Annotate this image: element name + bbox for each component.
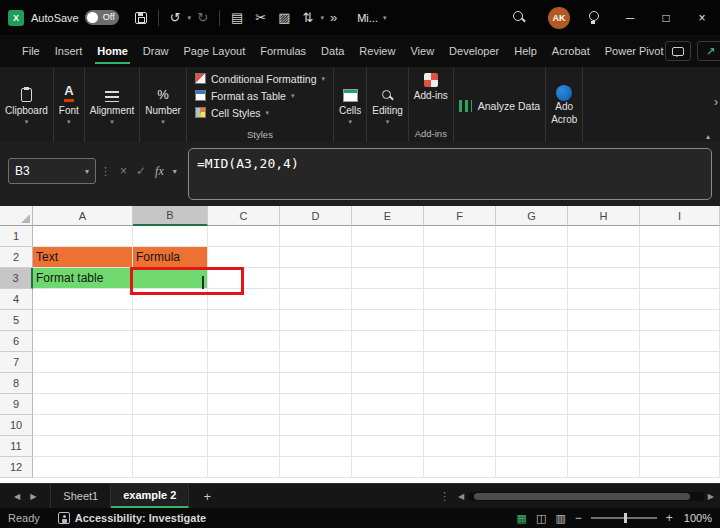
- cell-D1[interactable]: [280, 226, 352, 247]
- cell-G7[interactable]: [496, 352, 568, 373]
- page-layout-view-icon[interactable]: ◫: [536, 512, 546, 525]
- cell-C2[interactable]: [208, 247, 280, 268]
- cell-I12[interactable]: [640, 457, 720, 478]
- ribbon-group-font[interactable]: A Font ▾: [54, 67, 85, 142]
- cell-G10[interactable]: [496, 415, 568, 436]
- cell-C6[interactable]: [208, 331, 280, 352]
- row-header-9[interactable]: 9: [0, 394, 33, 415]
- sort-icon[interactable]: ⇅: [303, 11, 314, 24]
- column-header-E[interactable]: E: [352, 206, 424, 226]
- cell-G9[interactable]: [496, 394, 568, 415]
- cell-B7[interactable]: [133, 352, 208, 373]
- cell-I7[interactable]: [640, 352, 720, 373]
- menu-help[interactable]: Help: [512, 41, 539, 61]
- row-header-6[interactable]: 6: [0, 331, 33, 352]
- cell-H3[interactable]: [568, 268, 640, 289]
- lightbulb-icon[interactable]: [588, 11, 598, 25]
- cell-A2[interactable]: Text: [33, 247, 133, 268]
- autosave-toggle[interactable]: Off: [85, 10, 119, 25]
- chevron-down-icon[interactable]: ▾: [320, 14, 324, 22]
- cell-I6[interactable]: [640, 331, 720, 352]
- column-header-H[interactable]: H: [568, 206, 640, 226]
- cell-D6[interactable]: [280, 331, 352, 352]
- cell-I10[interactable]: [640, 415, 720, 436]
- column-header-B[interactable]: B: [133, 206, 208, 226]
- menu-page-layout[interactable]: Page Layout: [181, 41, 247, 61]
- cell-C7[interactable]: [208, 352, 280, 373]
- scroll-right-icon[interactable]: ▶: [708, 492, 714, 501]
- cell-F10[interactable]: [424, 415, 496, 436]
- cell-styles-button[interactable]: Cell Styles ▾: [195, 104, 325, 121]
- cell-G8[interactable]: [496, 373, 568, 394]
- close-button[interactable]: ×: [684, 0, 720, 35]
- window-title[interactable]: Mi... ▾: [357, 12, 386, 24]
- cell-I5[interactable]: [640, 310, 720, 331]
- cell-E12[interactable]: [352, 457, 424, 478]
- cell-H10[interactable]: [568, 415, 640, 436]
- cell-B10[interactable]: [133, 415, 208, 436]
- cell-I11[interactable]: [640, 436, 720, 457]
- cell-E10[interactable]: [352, 415, 424, 436]
- cell-B8[interactable]: [133, 373, 208, 394]
- cell-D9[interactable]: [280, 394, 352, 415]
- cell-E2[interactable]: [352, 247, 424, 268]
- cell-F6[interactable]: [424, 331, 496, 352]
- ribbon-group-clipboard[interactable]: Clipboard ▾: [0, 67, 54, 142]
- cell-A9[interactable]: [33, 394, 133, 415]
- cut-icon[interactable]: ✂: [255, 11, 266, 24]
- cell-D7[interactable]: [280, 352, 352, 373]
- ribbon-group-number[interactable]: % Number ▾: [140, 67, 187, 142]
- cell-B9[interactable]: [133, 394, 208, 415]
- cell-C11[interactable]: [208, 436, 280, 457]
- cell-E3[interactable]: [352, 268, 424, 289]
- analyze-data-button[interactable]: Analyze Data: [454, 67, 546, 142]
- ribbon-group-addins[interactable]: Add-ins Add-ins: [409, 67, 454, 142]
- undo-icon[interactable]: ↺: [170, 11, 181, 24]
- column-header-G[interactable]: G: [496, 206, 568, 226]
- cell-D3[interactable]: [280, 268, 352, 289]
- cell-H5[interactable]: [568, 310, 640, 331]
- save-icon[interactable]: [135, 12, 147, 24]
- confirm-entry-icon[interactable]: ✓: [136, 164, 146, 178]
- row-header-4[interactable]: 4: [0, 289, 33, 310]
- paste-icon[interactable]: ▨: [278, 11, 290, 24]
- cell-F3[interactable]: [424, 268, 496, 289]
- menu-insert[interactable]: Insert: [53, 41, 85, 61]
- conditional-formatting-button[interactable]: Conditional Formatting ▾: [195, 70, 325, 87]
- cell-F5[interactable]: [424, 310, 496, 331]
- cell-E5[interactable]: [352, 310, 424, 331]
- cancel-entry-icon[interactable]: ×: [120, 164, 127, 178]
- zoom-slider-thumb[interactable]: [624, 513, 627, 523]
- menu-acrobat[interactable]: Acrobat: [550, 41, 592, 61]
- row-header-8[interactable]: 8: [0, 373, 33, 394]
- cell-A1[interactable]: [33, 226, 133, 247]
- share-button[interactable]: ↗: [697, 41, 720, 61]
- cell-H11[interactable]: [568, 436, 640, 457]
- page-break-view-icon[interactable]: ▥: [555, 512, 565, 525]
- cell-D12[interactable]: [280, 457, 352, 478]
- ribbon-scroll-right-icon[interactable]: ›: [714, 95, 718, 109]
- tab-options-icon[interactable]: ⋮: [439, 490, 450, 503]
- cell-E1[interactable]: [352, 226, 424, 247]
- cell-A11[interactable]: [33, 436, 133, 457]
- row-header-3[interactable]: 3: [0, 268, 33, 289]
- cell-G5[interactable]: [496, 310, 568, 331]
- cell-F12[interactable]: [424, 457, 496, 478]
- cell-D5[interactable]: [280, 310, 352, 331]
- cell-B12[interactable]: [133, 457, 208, 478]
- name-box[interactable]: B3 ▾: [8, 158, 96, 184]
- cell-F9[interactable]: [424, 394, 496, 415]
- cell-F1[interactable]: [424, 226, 496, 247]
- previous-sheet-icon[interactable]: ◀: [14, 492, 20, 501]
- cell-A12[interactable]: [33, 457, 133, 478]
- cell-I2[interactable]: [640, 247, 720, 268]
- scrollbar-track[interactable]: [468, 492, 704, 501]
- scroll-left-icon[interactable]: ◀: [458, 492, 464, 501]
- cell-C9[interactable]: [208, 394, 280, 415]
- cell-G6[interactable]: [496, 331, 568, 352]
- cell-A4[interactable]: [33, 289, 133, 310]
- cell-H7[interactable]: [568, 352, 640, 373]
- cell-A6[interactable]: [33, 331, 133, 352]
- new-sheet-button[interactable]: +: [189, 484, 225, 508]
- zoom-slider[interactable]: [591, 517, 657, 519]
